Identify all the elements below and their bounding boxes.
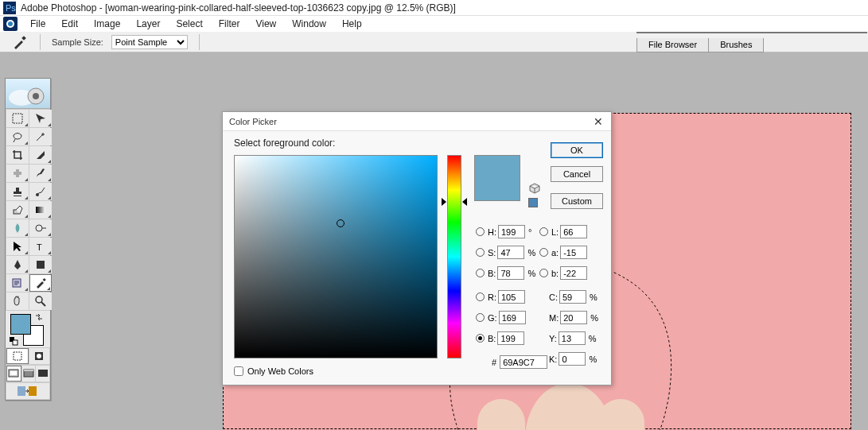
label-s: S: [488,248,496,258]
dialog-titlebar[interactable]: Color Picker ✕ [223,112,611,131]
input-b[interactable] [497,331,524,345]
new-color[interactable] [475,156,520,178]
input-a[interactable] [560,246,587,259]
menu-image[interactable]: Image [86,17,128,31]
custom-button[interactable]: Custom [551,193,603,209]
tool-stamp[interactable] [6,183,29,200]
foreground-color-swatch[interactable] [10,314,31,335]
default-colors-icon[interactable] [9,336,18,346]
tab-brushes[interactable]: Brushes [708,38,764,52]
standard-mode[interactable] [6,348,29,364]
menu-filter[interactable]: Filter [211,17,248,31]
tool-brush[interactable] [29,165,52,182]
svg-rect-9 [13,114,22,123]
titlebar: Ps Adobe Photoshop - [woman-wearing-pink… [0,0,868,16]
svg-rect-17 [37,261,45,269]
radio-g[interactable] [476,313,485,322]
cancel-button[interactable]: Cancel [551,166,603,182]
sample-size-select[interactable]: Point Sample [111,35,188,49]
radio-a[interactable] [539,248,548,257]
tool-move[interactable] [29,110,52,127]
menu-select[interactable]: Select [168,17,210,31]
ok-button[interactable]: OK [551,142,603,158]
only-web-checkbox[interactable] [234,366,243,376]
menu-edit[interactable]: Edit [53,17,86,31]
tool-gradient[interactable] [29,201,52,219]
input-l[interactable] [560,225,587,238]
quickmask-mode[interactable] [29,348,50,364]
tool-pen[interactable] [6,256,29,273]
svg-point-25 [37,354,41,358]
tool-dodge[interactable] [29,219,52,237]
tool-wand[interactable] [29,128,52,145]
tab-file-browser[interactable]: File Browser [636,38,709,52]
tool-history-brush[interactable] [29,183,52,200]
photoshop-icon [3,17,18,31]
radio-s[interactable] [476,248,485,257]
websafe-swatch[interactable] [528,198,538,207]
label-k: K: [549,354,557,364]
menu-view[interactable]: View [247,17,284,31]
jump-to-imageready[interactable] [6,383,49,399]
screen-standard[interactable] [6,366,21,382]
toolbox-header[interactable] [6,79,50,109]
radio-lab-b[interactable] [539,269,548,277]
close-icon[interactable]: ✕ [592,115,605,128]
window-title: Adobe Photoshop - [woman-wearing-pink-co… [21,2,456,14]
tool-slice[interactable] [29,146,52,164]
input-y[interactable] [559,331,586,345]
only-web-colors[interactable]: Only Web Colors [234,366,313,376]
hash-label: # [492,358,496,367]
input-m[interactable] [560,311,587,324]
tool-hand[interactable] [6,292,29,310]
radio-bv[interactable] [476,269,485,277]
color-preview [474,155,520,201]
tool-lasso[interactable] [6,128,29,145]
gamut-warning-icon[interactable] [528,182,541,195]
input-r[interactable] [498,290,525,304]
tool-path-select[interactable] [6,238,29,255]
menu-help[interactable]: Help [334,17,370,31]
input-s[interactable] [497,246,524,259]
label-y: Y: [549,334,557,343]
radio-h[interactable] [476,227,485,236]
input-k[interactable] [559,352,586,366]
color-picker-dialog: Color Picker ✕ Select foreground color: … [222,111,612,385]
tool-zoom[interactable] [29,292,52,310]
hue-slider[interactable] [447,155,461,358]
label-m: M: [549,313,559,323]
menu-window[interactable]: Window [284,17,334,31]
input-lab-b[interactable] [560,266,587,280]
menu-file[interactable]: File [22,17,53,31]
swap-colors-icon[interactable] [34,312,44,322]
input-h[interactable] [498,225,525,238]
tool-eraser[interactable] [6,201,29,219]
tool-crop[interactable] [6,146,29,164]
tool-blur[interactable] [6,219,29,237]
menu-layer[interactable]: Layer [128,17,168,31]
tool-marquee[interactable] [6,110,29,127]
svg-point-20 [36,296,42,303]
radio-b[interactable] [476,334,485,343]
screen-mode-row [6,365,50,382]
screen-fullmenu[interactable] [22,366,36,382]
label-g: G: [488,313,497,323]
screen-full[interactable] [36,366,49,382]
input-hex[interactable] [500,355,547,369]
toolbox: T [5,78,51,401]
tool-eyedropper[interactable] [29,274,52,292]
input-g[interactable] [499,311,526,324]
input-bv[interactable] [497,266,524,280]
old-color[interactable] [475,178,520,200]
radio-l[interactable] [539,227,548,236]
right-palette-tabs: File Browser Brushes [636,32,867,52]
tool-shape[interactable] [29,256,52,273]
svg-rect-22 [13,340,18,345]
tool-type[interactable]: T [29,238,52,255]
tool-heal[interactable] [6,165,29,182]
tool-notes[interactable] [6,274,29,292]
saturation-value-field[interactable] [234,155,438,358]
dialog-prompt: Select foreground color: [234,138,603,149]
radio-r[interactable] [476,292,485,301]
input-c[interactable] [559,290,586,304]
